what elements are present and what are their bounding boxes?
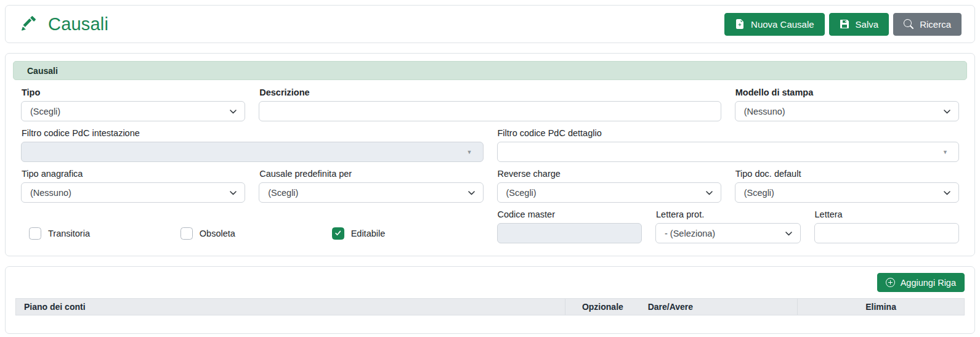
chevron-down-icon bbox=[468, 189, 476, 197]
piano-conti-panel: Aggiungi Riga Piano dei conti Opzionale … bbox=[5, 266, 975, 334]
form-row-2: Filtro codice PdC intestazione ▼ Filtro … bbox=[6, 128, 974, 162]
chevron-down-icon bbox=[229, 189, 237, 197]
form-row-3: Tipo anagrafica (Nessuno) Causale predef… bbox=[6, 169, 974, 203]
field-tipo-anagrafica: Tipo anagrafica (Nessuno) bbox=[21, 169, 245, 203]
lettera-input[interactable] bbox=[814, 223, 960, 243]
field-reverse-charge: Reverse charge (Scegli) bbox=[497, 169, 721, 203]
causale-predefinita-value: (Scegli) bbox=[268, 188, 298, 198]
add-row-button[interactable]: Aggiungi Riga bbox=[877, 273, 965, 292]
save-icon bbox=[840, 19, 849, 29]
field-filtro-pdc-dettaglio: Filtro codice PdC dettaglio ▼ bbox=[497, 128, 960, 162]
tipo-doc-default-label: Tipo doc. default bbox=[735, 169, 959, 179]
causali-form-panel: Causali Tipo (Scegli) Descrizione Modell… bbox=[5, 53, 975, 256]
page-title: Causali bbox=[48, 14, 108, 35]
page: Causali Nuova Causale Salva Ricerca bbox=[0, 0, 980, 337]
save-label: Salva bbox=[856, 19, 879, 30]
filtro-pdc-intestazione-label: Filtro codice PdC intestazione bbox=[22, 128, 484, 139]
tipo-anagrafica-label: Tipo anagrafica bbox=[22, 169, 245, 179]
checkbox-editabile[interactable]: Editabile bbox=[332, 223, 484, 243]
chevron-down-icon bbox=[943, 189, 951, 197]
obsoleta-label: Obsoleta bbox=[200, 229, 235, 238]
check-icon bbox=[334, 229, 342, 237]
field-lettera: Lettera bbox=[814, 209, 960, 243]
editabile-checkbox-box[interactable] bbox=[332, 227, 344, 240]
title-wrap: Causali bbox=[20, 14, 108, 35]
field-causale-predefinita: Causale predefinita per (Scegli) bbox=[259, 169, 483, 203]
tipo-select[interactable]: (Scegli) bbox=[21, 101, 245, 121]
descrizione-label: Descrizione bbox=[259, 87, 721, 98]
modello-di-stampa-select[interactable]: (Nessuno) bbox=[735, 101, 959, 121]
checkbox-transitoria[interactable]: Transitoria bbox=[29, 223, 180, 243]
descrizione-input[interactable] bbox=[259, 101, 721, 121]
form-row-1: Tipo (Scegli) Descrizione Modello di sta… bbox=[6, 87, 974, 121]
chevron-down-icon bbox=[705, 189, 713, 197]
field-filtro-pdc-intestazione: Filtro codice PdC intestazione ▼ bbox=[21, 128, 484, 162]
triangle-down-icon: ▼ bbox=[942, 148, 948, 155]
form-row-4: Transitoria Obsoleta Editabile Codice ma… bbox=[6, 209, 974, 243]
checkbox-obsoleta[interactable]: Obsoleta bbox=[180, 223, 332, 243]
reverse-charge-label: Reverse charge bbox=[498, 169, 721, 179]
file-plus-icon bbox=[735, 19, 745, 29]
field-lettera-prot: Lettera prot. - (Seleziona) bbox=[655, 209, 801, 243]
field-modello-di-stampa: Modello di stampa (Nessuno) bbox=[735, 87, 959, 121]
chevron-down-icon bbox=[229, 107, 237, 115]
column-header-opzionale: Opzionale bbox=[565, 299, 640, 315]
codice-master-label: Codice master bbox=[498, 209, 642, 220]
lettera-label: Lettera bbox=[815, 209, 960, 220]
lettera-prot-value: - (Seleziona) bbox=[665, 229, 715, 238]
field-tipo-doc-default: Tipo doc. default (Scegli) bbox=[735, 169, 959, 203]
search-icon bbox=[904, 19, 913, 29]
search-label: Ricerca bbox=[920, 19, 951, 30]
section-header: Causali bbox=[13, 61, 967, 80]
column-header-dare-avere: Dare/Avere bbox=[640, 299, 797, 315]
filtro-pdc-intestazione-select: ▼ bbox=[21, 142, 484, 162]
filtro-pdc-dettaglio-select[interactable]: ▼ bbox=[497, 142, 960, 162]
filtro-pdc-dettaglio-label: Filtro codice PdC dettaglio bbox=[498, 128, 960, 139]
tipo-anagrafica-select[interactable]: (Nessuno) bbox=[21, 182, 245, 203]
tipo-label: Tipo bbox=[22, 87, 245, 98]
pencil-icon bbox=[20, 16, 36, 32]
modello-di-stampa-label: Modello di stampa bbox=[735, 87, 959, 98]
chevron-down-icon bbox=[785, 229, 793, 237]
header-bar: Causali Nuova Causale Salva Ricerca bbox=[5, 5, 975, 43]
editabile-label: Editabile bbox=[351, 229, 386, 238]
causale-predefinita-label: Causale predefinita per bbox=[259, 169, 483, 179]
transitoria-checkbox-box[interactable] bbox=[29, 227, 41, 240]
obsoleta-checkbox-box[interactable] bbox=[180, 227, 193, 240]
addrow-wrap: Aggiungi Riga bbox=[15, 273, 965, 292]
column-header-piano-dei-conti: Piano dei conti bbox=[16, 299, 565, 315]
modello-select-value: (Nessuno) bbox=[744, 107, 785, 116]
reverse-charge-select[interactable]: (Scegli) bbox=[497, 182, 721, 203]
reverse-charge-value: (Scegli) bbox=[506, 188, 537, 198]
section-header-label: Causali bbox=[27, 66, 58, 76]
tipo-anagrafica-value: (Nessuno) bbox=[30, 188, 71, 198]
header-actions: Nuova Causale Salva Ricerca bbox=[724, 13, 962, 36]
causale-predefinita-select[interactable]: (Scegli) bbox=[259, 182, 483, 203]
table-header-row: Piano dei conti Opzionale Dare/Avere Eli… bbox=[15, 298, 965, 315]
chevron-down-icon bbox=[943, 107, 951, 115]
field-tipo: Tipo (Scegli) bbox=[21, 87, 245, 121]
triangle-down-icon: ▼ bbox=[467, 148, 472, 155]
lettera-prot-select[interactable]: - (Seleziona) bbox=[655, 223, 801, 243]
field-descrizione: Descrizione bbox=[259, 87, 721, 121]
codice-master-input bbox=[497, 223, 642, 243]
column-header-elimina: Elimina bbox=[797, 299, 964, 315]
save-button[interactable]: Salva bbox=[829, 13, 889, 36]
new-causale-label: Nuova Causale bbox=[751, 19, 814, 30]
new-causale-button[interactable]: Nuova Causale bbox=[724, 13, 825, 36]
checkbox-group: Transitoria Obsoleta Editabile bbox=[21, 223, 484, 243]
lettera-prot-label: Lettera prot. bbox=[656, 209, 801, 220]
tipo-doc-default-select[interactable]: (Scegli) bbox=[735, 182, 959, 203]
tipo-select-value: (Scegli) bbox=[30, 107, 60, 116]
tipo-doc-default-value: (Scegli) bbox=[744, 188, 774, 198]
plus-circle-icon bbox=[886, 278, 895, 287]
add-row-label: Aggiungi Riga bbox=[901, 278, 956, 288]
search-button[interactable]: Ricerca bbox=[893, 13, 962, 36]
transitoria-label: Transitoria bbox=[48, 229, 90, 238]
field-codice-master: Codice master bbox=[497, 209, 642, 243]
